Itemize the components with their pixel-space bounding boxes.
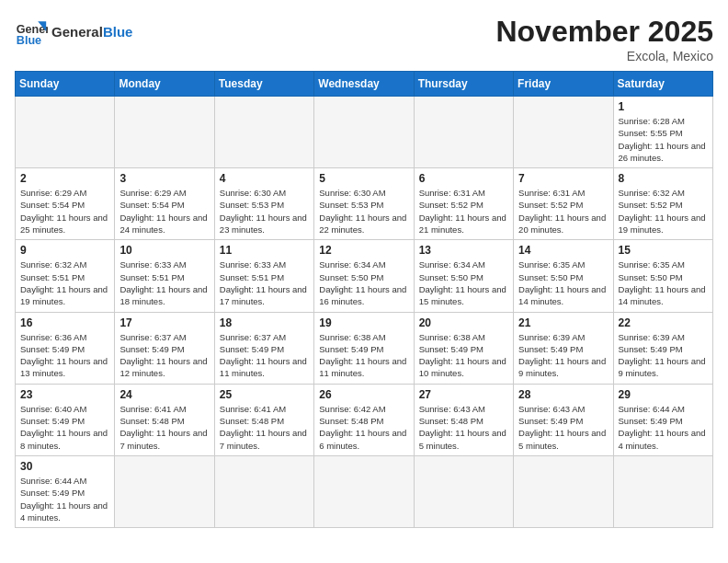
column-header-friday: Friday [514,72,613,97]
calendar-cell: 22Sunrise: 6:39 AM Sunset: 5:49 PM Dayli… [613,312,712,384]
calendar-cell: 12Sunrise: 6:34 AM Sunset: 5:50 PM Dayli… [314,240,414,312]
calendar-cell [514,97,613,168]
calendar-cell: 20Sunrise: 6:38 AM Sunset: 5:49 PM Dayli… [414,312,513,384]
cell-info: Sunrise: 6:43 AM Sunset: 5:49 PM Dayligh… [518,403,608,452]
calendar-cell [115,97,214,168]
cell-info: Sunrise: 6:39 AM Sunset: 5:49 PM Dayligh… [518,331,608,380]
calendar-cell: 15Sunrise: 6:35 AM Sunset: 5:50 PM Dayli… [613,240,712,312]
calendar-cell: 9Sunrise: 6:32 AM Sunset: 5:51 PM Daylig… [16,240,115,312]
calendar-cell: 26Sunrise: 6:42 AM Sunset: 5:48 PM Dayli… [314,384,414,455]
calendar-cell: 27Sunrise: 6:43 AM Sunset: 5:48 PM Dayli… [414,384,513,455]
day-number: 27 [419,388,508,401]
cell-info: Sunrise: 6:41 AM Sunset: 5:48 PM Dayligh… [119,403,209,452]
calendar-cell [115,455,214,527]
calendar-cell: 16Sunrise: 6:36 AM Sunset: 5:49 PM Dayli… [16,312,115,384]
day-number: 13 [419,244,508,257]
day-number: 7 [518,172,608,185]
cell-info: Sunrise: 6:37 AM Sunset: 5:49 PM Dayligh… [220,331,309,380]
cell-info: Sunrise: 6:31 AM Sunset: 5:52 PM Dayligh… [518,187,608,236]
column-header-thursday: Thursday [414,72,513,97]
calendar-cell: 13Sunrise: 6:34 AM Sunset: 5:50 PM Dayli… [414,240,513,312]
column-header-monday: Monday [115,72,214,97]
day-number: 16 [20,316,109,329]
day-number: 23 [20,388,109,401]
calendar-cell: 5Sunrise: 6:30 AM Sunset: 5:53 PM Daylig… [314,168,414,240]
cell-info: Sunrise: 6:30 AM Sunset: 5:53 PM Dayligh… [319,187,408,236]
calendar-cell: 29Sunrise: 6:44 AM Sunset: 5:49 PM Dayli… [613,384,712,455]
cell-info: Sunrise: 6:34 AM Sunset: 5:50 PM Dayligh… [319,259,408,307]
calendar-cell [214,455,313,527]
calendar-cell: 21Sunrise: 6:39 AM Sunset: 5:49 PM Dayli… [514,312,613,384]
calendar-cell: 18Sunrise: 6:37 AM Sunset: 5:49 PM Dayli… [214,312,313,384]
day-number: 19 [319,316,408,329]
cell-info: Sunrise: 6:44 AM Sunset: 5:49 PM Dayligh… [20,475,109,523]
cell-info: Sunrise: 6:30 AM Sunset: 5:53 PM Dayligh… [220,187,309,236]
day-number: 22 [619,316,708,329]
calendar-cell [514,455,613,527]
day-number: 12 [319,244,408,257]
cell-info: Sunrise: 6:41 AM Sunset: 5:48 PM Dayligh… [220,403,309,452]
cell-info: Sunrise: 6:38 AM Sunset: 5:49 PM Dayligh… [319,331,408,380]
calendar-cell: 24Sunrise: 6:41 AM Sunset: 5:48 PM Dayli… [115,384,214,455]
calendar-cell [314,455,414,527]
svg-text:Blue: Blue [17,34,41,47]
day-number: 17 [119,316,209,329]
day-number: 21 [518,316,608,329]
day-number: 14 [518,244,608,257]
calendar-cell [314,97,414,168]
calendar-week-row: 23Sunrise: 6:40 AM Sunset: 5:49 PM Dayli… [16,384,713,455]
column-header-saturday: Saturday [613,72,712,97]
calendar-cell: 8Sunrise: 6:32 AM Sunset: 5:52 PM Daylig… [613,168,712,240]
day-number: 28 [518,388,608,401]
cell-info: Sunrise: 6:36 AM Sunset: 5:49 PM Dayligh… [20,331,109,380]
calendar-cell: 2Sunrise: 6:29 AM Sunset: 5:54 PM Daylig… [16,168,115,240]
day-number: 4 [220,172,309,185]
calendar-cell: 6Sunrise: 6:31 AM Sunset: 5:52 PM Daylig… [414,168,513,240]
calendar-header-row: SundayMondayTuesdayWednesdayThursdayFrid… [16,72,713,97]
calendar-cell [613,455,712,527]
day-number: 20 [419,316,508,329]
logo-general: General [51,24,103,40]
calendar-cell: 17Sunrise: 6:37 AM Sunset: 5:49 PM Dayli… [115,312,214,384]
calendar-cell [214,97,313,168]
day-number: 10 [119,244,209,257]
cell-info: Sunrise: 6:42 AM Sunset: 5:48 PM Dayligh… [319,403,408,452]
cell-info: Sunrise: 6:38 AM Sunset: 5:49 PM Dayligh… [419,331,508,380]
day-number: 11 [220,244,309,257]
calendar-cell [16,97,115,168]
calendar-cell: 19Sunrise: 6:38 AM Sunset: 5:49 PM Dayli… [314,312,414,384]
month-title: November 2025 [495,15,713,49]
column-header-tuesday: Tuesday [214,72,313,97]
day-number: 18 [220,316,309,329]
day-number: 3 [119,172,209,185]
calendar-table: SundayMondayTuesdayWednesdayThursdayFrid… [15,71,713,528]
logo-icon: General Blue [15,15,48,48]
cell-info: Sunrise: 6:35 AM Sunset: 5:50 PM Dayligh… [518,259,608,307]
calendar-cell: 7Sunrise: 6:31 AM Sunset: 5:52 PM Daylig… [514,168,613,240]
calendar-cell [414,97,513,168]
column-header-sunday: Sunday [16,72,115,97]
day-number: 30 [20,460,109,473]
cell-info: Sunrise: 6:32 AM Sunset: 5:52 PM Dayligh… [619,187,708,236]
day-number: 25 [220,388,309,401]
cell-info: Sunrise: 6:29 AM Sunset: 5:54 PM Dayligh… [119,187,209,236]
cell-info: Sunrise: 6:34 AM Sunset: 5:50 PM Dayligh… [419,259,508,307]
location: Excola, Mexico [495,49,713,63]
calendar-cell: 25Sunrise: 6:41 AM Sunset: 5:48 PM Dayli… [214,384,313,455]
cell-info: Sunrise: 6:35 AM Sunset: 5:50 PM Dayligh… [619,259,708,307]
cell-info: Sunrise: 6:33 AM Sunset: 5:51 PM Dayligh… [220,259,309,307]
day-number: 8 [619,172,708,185]
cell-info: Sunrise: 6:32 AM Sunset: 5:51 PM Dayligh… [20,259,109,307]
day-number: 29 [619,388,708,401]
calendar-cell: 4Sunrise: 6:30 AM Sunset: 5:53 PM Daylig… [214,168,313,240]
calendar-week-row: 2Sunrise: 6:29 AM Sunset: 5:54 PM Daylig… [16,168,713,240]
cell-info: Sunrise: 6:37 AM Sunset: 5:49 PM Dayligh… [119,331,209,380]
cell-info: Sunrise: 6:39 AM Sunset: 5:49 PM Dayligh… [619,331,708,380]
title-area: November 2025 Excola, Mexico [495,15,713,63]
logo: General Blue GeneralBlue [15,15,132,48]
calendar-week-row: 16Sunrise: 6:36 AM Sunset: 5:49 PM Dayli… [16,312,713,384]
cell-info: Sunrise: 6:43 AM Sunset: 5:48 PM Dayligh… [419,403,508,452]
calendar-cell: 30Sunrise: 6:44 AM Sunset: 5:49 PM Dayli… [16,455,115,527]
calendar-cell: 14Sunrise: 6:35 AM Sunset: 5:50 PM Dayli… [514,240,613,312]
calendar-week-row: 9Sunrise: 6:32 AM Sunset: 5:51 PM Daylig… [16,240,713,312]
